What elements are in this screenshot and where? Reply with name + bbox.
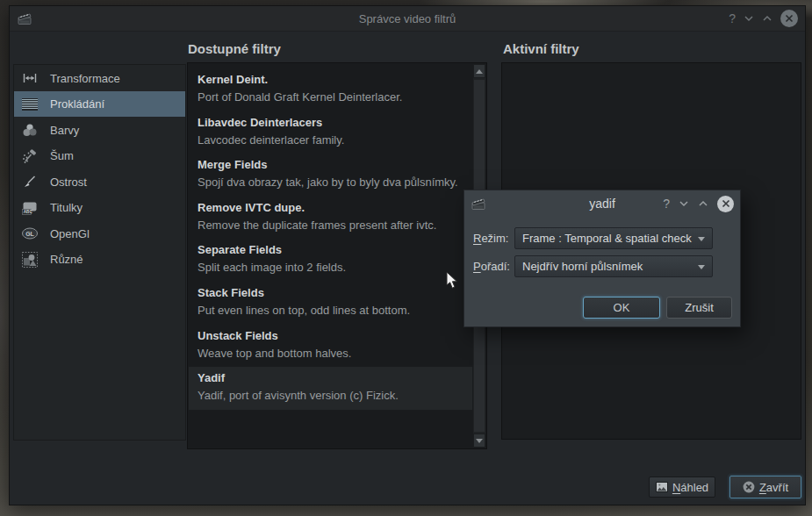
scroll-down-icon[interactable] <box>473 434 485 448</box>
dialog-titlebar[interactable]: yadif ? <box>464 190 740 217</box>
sidebar-item-label: Šum <box>50 149 74 162</box>
dialog-maximize-button[interactable] <box>698 200 708 207</box>
sidebar-item-label: Prokládání <box>50 97 104 111</box>
dialog-shade-button[interactable] <box>679 200 689 207</box>
active-filters-header: Aktivní filtry <box>503 41 579 56</box>
titlebar[interactable]: Správce video filtrů ? <box>10 6 805 32</box>
close-button[interactable]: Zavřít <box>729 476 801 498</box>
interlace-icon <box>20 96 40 113</box>
close-window-button[interactable] <box>780 10 798 27</box>
clapperboard-icon <box>18 12 32 25</box>
preview-button-label: Náhled <box>672 481 708 494</box>
filter-category-sidebar: Transformace Prokládání <box>13 64 186 441</box>
help-button[interactable]: ? <box>729 12 736 25</box>
preview-button[interactable]: Náhled <box>649 477 715 498</box>
scroll-up-icon[interactable] <box>473 64 485 78</box>
sidebar-item-label: Barvy <box>50 124 79 137</box>
sidebar-item-label: Titulky <box>50 201 83 214</box>
dialog-help-button[interactable]: ? <box>663 197 670 210</box>
close-circle-icon <box>743 481 755 493</box>
sidebar-item-opengl[interactable]: GL OpenGl <box>14 221 185 247</box>
cancel-button[interactable]: Zrušit <box>666 297 732 319</box>
noise-icon <box>20 147 40 165</box>
sidebar-item-titulky[interactable]: ABC Titulky <box>14 195 185 220</box>
filter-item-remove-ivtc[interactable]: Remove IVTC dupe. Remove the duplicate f… <box>189 197 472 240</box>
available-filters-header: Dostupné filtry <box>188 41 281 56</box>
svg-text:ABC: ABC <box>24 210 33 214</box>
maximize-button[interactable] <box>762 15 772 22</box>
filter-item-separate-fields[interactable]: Separate Fields Split each image into 2 … <box>189 239 472 282</box>
sidebar-item-transformace[interactable]: Transformace <box>14 66 185 91</box>
window-title: Správce video filtrů <box>10 12 805 25</box>
mode-dropdown[interactable]: Frame : Temporal & spatial check <box>514 227 713 249</box>
colors-icon <box>20 121 40 139</box>
chevron-down-icon <box>698 265 705 269</box>
shade-button[interactable] <box>744 15 754 22</box>
order-dropdown-value: Nejdřív horní půlsnímek <box>522 260 643 273</box>
close-button-label: Zavřít <box>759 481 788 494</box>
subtitles-icon: ABC <box>20 199 40 217</box>
sharpness-icon <box>20 173 40 190</box>
filter-item-libavdec[interactable]: Libavdec Deinterlacers Lavcodec deinterl… <box>189 111 472 154</box>
order-dropdown[interactable]: Nejdřív horní půlsnímek <box>514 255 713 277</box>
filter-item-stack-fields[interactable]: Stack Fields Put even lines on top, odd … <box>189 282 472 325</box>
order-label: Pořadí: <box>473 260 514 273</box>
sidebar-item-label: OpenGl <box>50 227 90 240</box>
filter-item-kernel-deint[interactable]: Kernel Deint. Port of Donald Graft Kerne… <box>189 68 472 111</box>
sidebar-item-ruzne[interactable]: Různé <box>14 247 185 272</box>
sidebar-item-ostrost[interactable]: Ostrost <box>14 169 185 195</box>
svg-text:GL: GL <box>25 231 34 237</box>
transform-icon <box>20 69 40 87</box>
sidebar-item-label: Různé <box>50 253 83 266</box>
ok-button[interactable]: OK <box>583 297 660 319</box>
preview-icon <box>656 482 668 492</box>
filter-item-unstack-fields[interactable]: Unstack Fields Weave top and bottom halv… <box>189 325 472 368</box>
sidebar-item-sum[interactable]: Šum <box>14 143 185 168</box>
mode-dropdown-value: Frame : Temporal & spatial check <box>522 232 692 245</box>
sidebar-item-label: Transformace <box>50 72 120 85</box>
sidebar-item-barvy[interactable]: Barvy <box>14 118 185 143</box>
chevron-down-icon <box>698 237 705 241</box>
available-filters-list: Kernel Deint. Port of Donald Graft Kerne… <box>187 62 487 449</box>
filter-items: Kernel Deint. Port of Donald Graft Kerne… <box>189 64 472 448</box>
filter-item-yadif[interactable]: Yadif Yadif, port of avisynth version (c… <box>189 367 472 410</box>
misc-icon <box>20 251 40 269</box>
sidebar-item-label: Ostrost <box>50 176 87 189</box>
sidebar-item-prokladani[interactable]: Prokládání <box>14 91 185 117</box>
dialog-close-button[interactable] <box>717 196 734 212</box>
opengl-icon: GL <box>20 225 40 242</box>
yadif-dialog: yadif ? Režim: Frame : Temporal & spatia… <box>463 190 741 327</box>
mode-label: Režim: <box>473 232 514 245</box>
filter-item-merge-fields[interactable]: Merge Fields Spojí dva obrazy tak, jako … <box>189 154 472 197</box>
